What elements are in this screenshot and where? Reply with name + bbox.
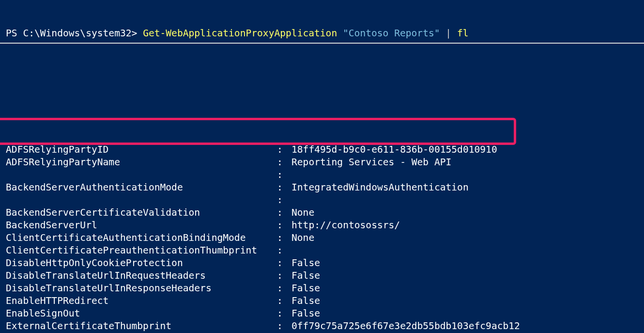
- property-value: False: [291, 270, 644, 282]
- separator: :: [277, 232, 291, 244]
- property-name: BackendServerCertificateValidation: [6, 206, 277, 219]
- output-row: BackendServerCertificateValidation: None: [6, 206, 644, 219]
- separator: :: [277, 206, 291, 219]
- separator: :: [277, 181, 291, 194]
- command-line: PS C:\Windows\system32> Get-WebApplicati…: [0, 25, 644, 44]
- property-name: ExternalCertificateThumbprint: [6, 320, 277, 333]
- output-row: ADFSRelyingPartyID: 18ff495d-b9c0-e611-8…: [6, 143, 644, 156]
- property-value: [291, 169, 644, 181]
- output-row: :: [6, 169, 644, 181]
- output-block: ADFSRelyingPartyID: 18ff495d-b9c0-e611-8…: [0, 93, 644, 333]
- property-value: False: [291, 282, 644, 295]
- property-value: http://contosossrs/: [291, 219, 644, 232]
- property-name: EnableSignOut: [6, 307, 277, 320]
- property-name: ClientCertificatePreauthenticationThumbp…: [6, 244, 277, 257]
- property-name: DisableTranslateUrlInRequestHeaders: [6, 270, 277, 282]
- format-list-alias: fl: [457, 28, 469, 39]
- pipe-operator: |: [440, 28, 457, 39]
- property-value: IntegratedWindowsAuthentication: [291, 181, 644, 194]
- prompt-prefix: PS C:\Windows\system32>: [6, 28, 143, 39]
- output-row: DisableTranslateUrlInResponseHeaders: Fa…: [6, 282, 644, 295]
- property-name: BackendServerAuthenticationMode: [6, 181, 277, 194]
- output-row: ClientCertificatePreauthenticationThumbp…: [6, 244, 644, 257]
- output-row: ExternalCertificateThumbprint: 0ff79c75a…: [6, 320, 644, 333]
- property-name: [6, 169, 277, 181]
- property-value: False: [291, 295, 644, 307]
- cmdlet-argument: "Contoso Reports": [343, 28, 440, 39]
- separator: :: [277, 244, 291, 257]
- property-value: [291, 194, 644, 206]
- cmdlet-name: Get-WebApplicationProxyApplication: [143, 28, 343, 39]
- property-value: False: [291, 257, 644, 270]
- separator: :: [277, 143, 291, 156]
- property-name: DisableTranslateUrlInResponseHeaders: [6, 282, 277, 295]
- property-name: ADFSRelyingPartyID: [6, 143, 277, 156]
- separator: :: [277, 156, 291, 169]
- separator: :: [277, 169, 291, 181]
- separator: :: [277, 282, 291, 295]
- separator: :: [277, 257, 291, 270]
- property-value: [291, 244, 644, 257]
- property-value: 18ff495d-b9c0-e611-836b-00155d010910: [291, 143, 644, 156]
- property-value: 0ff79c75a725e6f67e3e2db55bdb103efc9acb12: [291, 320, 644, 333]
- output-row: ClientCertificateAuthenticationBindingMo…: [6, 232, 644, 244]
- output-row: DisableHttpOnlyCookieProtection: False: [6, 257, 644, 270]
- output-row: ADFSRelyingPartyName: Reporting Services…: [6, 156, 644, 169]
- output-row: EnableHTTPRedirect: False: [6, 295, 644, 307]
- property-name: DisableHttpOnlyCookieProtection: [6, 257, 277, 270]
- output-row: DisableTranslateUrlInRequestHeaders: Fal…: [6, 270, 644, 282]
- property-name: ADFSRelyingPartyName: [6, 156, 277, 169]
- separator: :: [277, 219, 291, 232]
- separator: :: [277, 270, 291, 282]
- property-value: Reporting Services - Web API: [291, 156, 644, 169]
- property-name: EnableHTTPRedirect: [6, 295, 277, 307]
- separator: :: [277, 295, 291, 307]
- separator: :: [277, 194, 291, 206]
- highlight-annotation: [0, 118, 516, 145]
- separator: :: [277, 307, 291, 320]
- separator: :: [277, 320, 291, 333]
- property-name: BackendServerUrl: [6, 219, 277, 232]
- property-name: ClientCertificateAuthenticationBindingMo…: [6, 232, 277, 244]
- property-value: None: [291, 232, 644, 244]
- output-row: BackendServerAuthenticationMode: Integra…: [6, 181, 644, 194]
- property-value: False: [291, 307, 644, 320]
- property-value: None: [291, 206, 644, 219]
- output-row: EnableSignOut: False: [6, 307, 644, 320]
- output-row: :: [6, 194, 644, 206]
- powershell-terminal[interactable]: PS C:\Windows\system32> Get-WebApplicati…: [0, 0, 644, 333]
- output-row: BackendServerUrl: http://contosossrs/: [6, 219, 644, 232]
- property-name: [6, 194, 277, 206]
